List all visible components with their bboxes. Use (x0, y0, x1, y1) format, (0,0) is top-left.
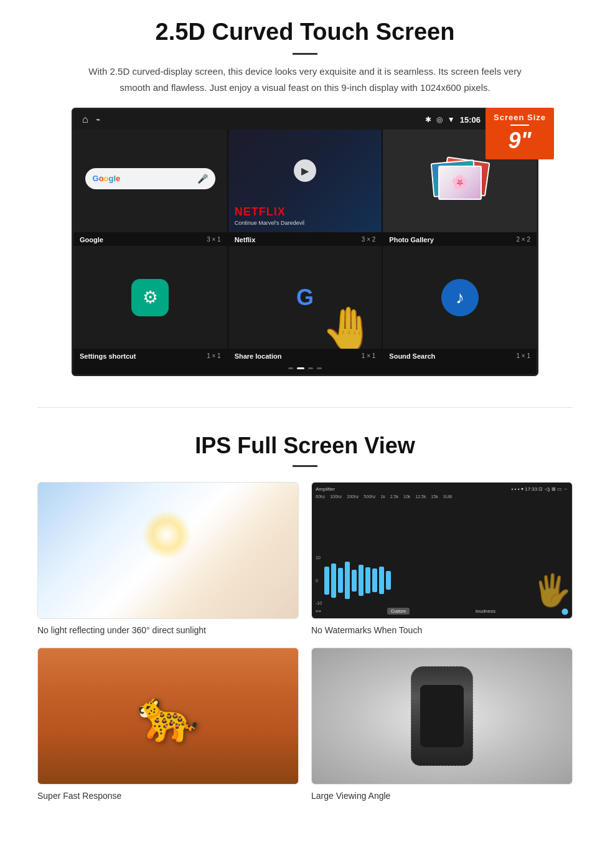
section-ips-screen: IPS Full Screen View No light reflecting… (0, 427, 610, 819)
car-angle-lines (411, 666, 473, 766)
amp-time: ▪ ▪ ▪ ▾ 17:33 ⊡ ◁) ⊠ ▭ ← (512, 486, 568, 492)
status-left: ⌂ ⌁ (82, 114, 100, 125)
bluetooth-icon: ✱ (425, 115, 431, 124)
google-cell-inner: Google 🎤 (73, 130, 227, 232)
section2-title: IPS Full Screen View (37, 433, 573, 459)
eq-bar-8 (372, 568, 377, 592)
maps-icon: G (286, 279, 324, 316)
sound-cell-inner: ♪ (383, 246, 537, 349)
labels-row-1: Google 3 × 1 Netflix 3 × 2 Photo Gallery… (73, 232, 537, 246)
share-label: Share location 1 × 1 (228, 352, 382, 360)
dot-1 (288, 367, 293, 369)
amp-scale: 100-10 (316, 555, 322, 605)
cheetah-label: Super Fast Response (37, 791, 299, 801)
screen-size-badge: Screen Size 9" (486, 108, 554, 159)
photo-gallery-label-name: Photo Gallery (389, 236, 434, 243)
car-body (411, 666, 473, 766)
eq-bar-2 (331, 564, 336, 598)
car-visual (312, 648, 572, 784)
amp-custom-btn[interactable]: Custom (387, 608, 410, 615)
hand-icon: 🤚 (321, 304, 375, 349)
dot-2 (297, 367, 304, 369)
sun-glow (142, 510, 192, 560)
feature-amplifier: Amplifier ▪ ▪ ▪ ▾ 17:33 ⊡ ◁) ⊠ ▭ ← 60hz1… (311, 482, 573, 635)
app-grid-top: Google 🎤 ▶ NETFLIX Continue Marvel's Dar… (73, 130, 537, 232)
usb-icon: ⌁ (96, 115, 100, 124)
section-divider (37, 407, 573, 408)
amp-toggle[interactable]: ⬤ (561, 608, 568, 615)
location-icon: ◎ (436, 115, 443, 124)
sound-label-size: 1 × 1 (516, 352, 530, 360)
settings-app-cell[interactable]: ⚙ (73, 246, 227, 349)
section1-title: 2.5D Curved Touch Screen (37, 19, 573, 45)
share-location-cell[interactable]: G 🤚 (228, 246, 382, 349)
feature-car: Large Viewing Angle (311, 648, 573, 801)
status-time: 15:06 (460, 115, 481, 125)
badge-divider (510, 125, 529, 126)
amp-footer: «» Custom loudness ⬤ (316, 608, 568, 615)
labels-row-2: Settings shortcut 1 × 1 Share location 1… (73, 349, 537, 362)
netflix-label-size: 3 × 2 (362, 236, 376, 243)
feature-cheetah: 🐆 Super Fast Response (37, 648, 299, 801)
eq-bar-6 (359, 565, 364, 596)
photo-card-3: 🌸 (438, 166, 482, 200)
title-divider (293, 53, 317, 55)
cheetah-image: 🐆 (37, 648, 299, 785)
section-curved-screen: 2.5D Curved Touch Screen With 2.5D curve… (0, 0, 610, 389)
amp-hand-icon: 🖐 (533, 572, 571, 608)
eq-bar-4 (345, 562, 350, 599)
settings-label: Settings shortcut 1 × 1 (73, 352, 227, 360)
google-search-bar[interactable]: Google 🎤 (85, 168, 216, 189)
amp-header: Amplifier ▪ ▪ ▪ ▾ 17:33 ⊡ ◁) ⊠ ▭ ← (316, 486, 568, 492)
feature-grid: No light reflecting under 360° direct su… (37, 482, 573, 801)
eq-bar-10 (386, 571, 391, 590)
device-mockup: Screen Size 9" ⌂ ⌁ ✱ ◎ ▼ 15:06 ⊡ ◁) ⊠ (62, 108, 548, 376)
amplifier-image: Amplifier ▪ ▪ ▪ ▾ 17:33 ⊡ ◁) ⊠ ▭ ← 60hz1… (311, 482, 573, 619)
netflix-label: Netflix 3 × 2 (228, 236, 382, 243)
netflix-content: ▶ NETFLIX Continue Marvel's Daredevil (228, 130, 382, 232)
car-image (311, 648, 573, 785)
section2-divider (293, 465, 317, 467)
mic-icon: 🎤 (197, 174, 208, 184)
netflix-label-name: Netflix (235, 236, 256, 243)
amp-bars-container: 100-10 (316, 501, 568, 605)
netflix-logo: NETFLIX (235, 205, 286, 219)
photo-gallery-label: Photo Gallery 2 × 2 (383, 236, 537, 243)
amp-title: Amplifier (316, 486, 335, 492)
dot-3 (308, 367, 313, 369)
sunlight-visual (38, 483, 298, 618)
app-grid-bottom: ⚙ G 🤚 ♪ (73, 246, 537, 349)
pagination-dots (73, 362, 537, 374)
wifi-icon: ▼ (448, 115, 455, 124)
settings-label-name: Settings shortcut (80, 352, 136, 360)
eq-bar-9 (379, 567, 384, 594)
badge-label: Screen Size (489, 113, 550, 122)
share-label-size: 1 × 1 (362, 352, 376, 360)
sound-label-name: Sound Search (389, 352, 435, 360)
eq-bar-1 (324, 567, 329, 595)
dot-4 (317, 367, 322, 369)
netflix-app-cell[interactable]: ▶ NETFLIX Continue Marvel's Daredevil (228, 130, 382, 232)
photo-stack: 🌸 (432, 156, 488, 206)
eq-bar-3 (338, 568, 343, 593)
sound-icon: ♪ (441, 279, 479, 316)
sunlight-label: No light reflecting under 360° direct su… (37, 625, 299, 635)
share-label-name: Share location (235, 352, 282, 360)
badge-size: 9" (508, 128, 531, 153)
feature-sunlight: No light reflecting under 360° direct su… (37, 482, 299, 635)
google-app-cell[interactable]: Google 🎤 (73, 130, 227, 232)
status-bar: ⌂ ⌁ ✱ ◎ ▼ 15:06 ⊡ ◁) ⊠ ▭ (73, 110, 537, 130)
amp-arrows: «» (316, 608, 321, 614)
android-screen: ⌂ ⌁ ✱ ◎ ▼ 15:06 ⊡ ◁) ⊠ ▭ (72, 108, 538, 376)
amplifier-visual: Amplifier ▪ ▪ ▪ ▾ 17:33 ⊡ ◁) ⊠ ▭ ← 60hz1… (312, 483, 572, 618)
sound-search-cell[interactable]: ♪ (383, 246, 537, 349)
eq-bar-7 (365, 567, 370, 593)
eq-bar-5 (352, 570, 357, 592)
play-button[interactable]: ▶ (294, 159, 316, 182)
sound-label: Sound Search 1 × 1 (383, 352, 537, 360)
eq-bars: 🖐 (324, 555, 568, 605)
home-icon[interactable]: ⌂ (82, 114, 88, 125)
settings-icon: ⚙ (131, 279, 169, 316)
amp-freq-labels: 60hz100hz200hz500hz1k2.5k10k12.5k15kSUB (316, 494, 568, 499)
netflix-subtitle: Continue Marvel's Daredevil (235, 220, 304, 226)
